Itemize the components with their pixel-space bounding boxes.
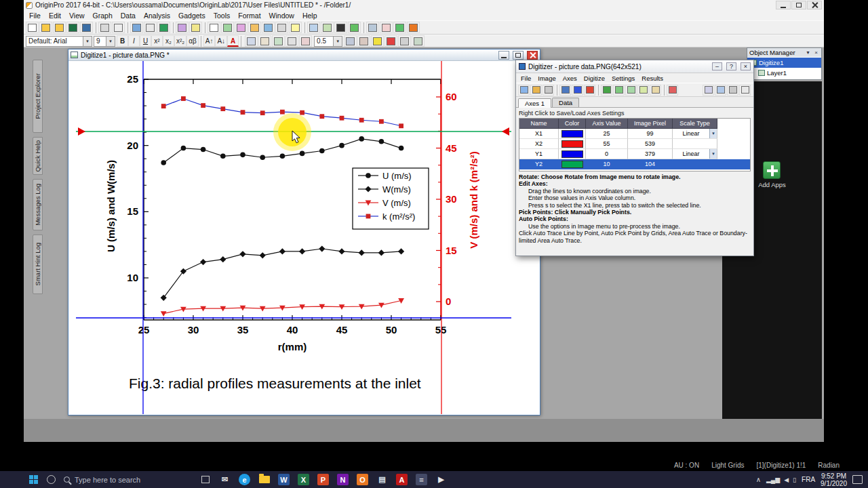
new-folder-icon[interactable] <box>39 22 52 33</box>
menu-analysis[interactable]: Analysis <box>140 12 174 20</box>
dock-tab-smart-hint-log[interactable]: Smart Hint Log <box>33 235 43 294</box>
menu-data[interactable]: Data <box>117 12 140 20</box>
digitizer-menu-settings[interactable]: Settings <box>608 75 638 82</box>
screen-reader-icon[interactable] <box>189 22 202 33</box>
mail-taskbar-button[interactable]: ✉ <box>215 471 235 488</box>
font-preset-combo[interactable]: Default: Arial ▼ <box>26 36 92 47</box>
digitizer-minimize-button[interactable]: – <box>712 62 722 70</box>
scale-type-combo[interactable]: Linear▼ <box>673 149 717 159</box>
axes-row-scale-type[interactable] <box>673 159 717 169</box>
font-size-combo[interactable]: 9 ▼ <box>94 36 115 47</box>
digitizer-tab-data[interactable]: Data <box>552 98 579 107</box>
add-apps-toolbar-icon[interactable] <box>393 22 406 33</box>
axes-row-image-pixel[interactable]: 104 <box>628 159 673 169</box>
insert-equation-icon[interactable] <box>258 35 271 47</box>
underline-button[interactable]: U <box>140 35 151 47</box>
insert-image-icon[interactable] <box>299 35 312 47</box>
line-color-icon[interactable] <box>384 35 397 47</box>
axes-row-axis-value[interactable]: 10 <box>586 159 628 169</box>
taskbar-search[interactable]: Type here to search <box>60 471 195 488</box>
axes-row-axis-value[interactable]: 55 <box>586 139 628 149</box>
calculator-taskbar-button[interactable]: = <box>412 471 431 488</box>
decrease-font-button[interactable]: A↓ <box>215 35 227 47</box>
axes-table-row-y2[interactable]: Y210104 <box>519 159 750 169</box>
subscript-button[interactable]: x₂ <box>163 35 174 47</box>
digitizer-menu-digitize[interactable]: Digitize <box>580 75 608 82</box>
pin-icon[interactable]: ▾ <box>805 49 811 56</box>
axes-row-scale-type[interactable]: Linear▼ <box>673 129 717 139</box>
graph-child-window[interactable]: Digitize1 - picture data.PNG * 253035404… <box>68 49 540 415</box>
command-window-icon[interactable] <box>334 22 347 33</box>
goto-graph-icon[interactable] <box>715 85 726 96</box>
file-explorer-taskbar-button[interactable] <box>254 471 274 488</box>
save-project-icon[interactable] <box>80 22 93 33</box>
line-style-icon[interactable] <box>344 35 357 47</box>
axes-table-row-y1[interactable]: Y10379Linear▼ <box>519 149 750 159</box>
onenote-taskbar-button[interactable]: N <box>333 471 353 488</box>
menu-help[interactable]: Help <box>298 12 321 20</box>
object-manager-item-digitize1[interactable]: Digitize1 <box>747 58 821 68</box>
dropdown-arrow-icon[interactable]: ▼ <box>333 37 342 46</box>
digitizer-close-button[interactable]: × <box>741 62 751 70</box>
dock-tab-messages-log[interactable]: Messages Log <box>33 179 43 230</box>
italic-button[interactable]: I <box>128 35 140 47</box>
auto-pick-by-grids-icon[interactable] <box>625 85 637 96</box>
powerpoint-taskbar-button[interactable]: P <box>313 471 333 488</box>
import-wizard-icon[interactable] <box>130 22 143 33</box>
insert-graph-icon[interactable] <box>272 35 285 47</box>
media-player-taskbar-button[interactable]: ▶ <box>431 471 451 488</box>
crop-image-icon[interactable] <box>542 85 554 96</box>
bold-button[interactable]: B <box>117 35 128 47</box>
notepad-taskbar-button[interactable]: ▤ <box>372 471 392 488</box>
excel-taskbar-button[interactable]: X <box>294 471 313 488</box>
axes-row-color[interactable] <box>559 159 586 169</box>
symbol-map-icon[interactable] <box>245 35 258 47</box>
auto-trace-line-by-point-icon[interactable] <box>613 85 625 96</box>
task-view-button[interactable] <box>195 471 215 488</box>
digitizer-tab-axes-1[interactable]: Axes 1 <box>518 98 551 108</box>
new-notes-icon[interactable] <box>289 22 302 33</box>
refresh-icon[interactable] <box>348 22 361 33</box>
reorder-curve-icon[interactable] <box>727 85 738 96</box>
digitized-image[interactable]: 2530354045505525201510604530150U (m/s) a… <box>76 61 511 414</box>
open-icon[interactable] <box>53 22 66 33</box>
digitizer-menu-axes[interactable]: Axes <box>559 75 580 82</box>
add-y-axis-lines-icon[interactable] <box>584 85 595 96</box>
rotate-image-icon[interactable] <box>530 85 542 96</box>
boundary-area-auto-trace-icon[interactable] <box>650 85 661 96</box>
area-auto-trace-icon[interactable] <box>637 85 649 96</box>
origin-taskbar-button[interactable]: O <box>353 471 372 488</box>
axes-row-image-pixel[interactable]: 379 <box>628 149 673 159</box>
greek-button[interactable]: αβ <box>186 35 199 47</box>
axes-row-scale-type[interactable]: Linear▼ <box>673 149 717 159</box>
dropdown-arrow-icon[interactable]: ▼ <box>106 37 115 46</box>
dropdown-arrow-icon[interactable]: ▼ <box>83 37 92 46</box>
action-center-icon[interactable] <box>852 475 863 484</box>
axes-row-image-pixel[interactable]: 99 <box>628 129 673 139</box>
graph-close-button[interactable] <box>527 51 538 60</box>
digitizer-dialog[interactable]: Digitizer - picture data.PNG(642x521) – … <box>515 60 754 256</box>
graph-minimize-button[interactable] <box>498 51 509 60</box>
project-explorer-icon[interactable] <box>307 22 320 33</box>
app-close-button[interactable] <box>807 1 822 9</box>
import-excel-icon[interactable] <box>157 22 170 33</box>
graph-window-titlebar[interactable]: Digitize1 - picture data.PNG * <box>68 49 540 61</box>
import-image-icon[interactable] <box>518 85 530 96</box>
axes-row-axis-value[interactable]: 0 <box>586 149 628 159</box>
goto-data-icon[interactable] <box>703 85 714 96</box>
dock-tab-quick-help[interactable]: Quick Help <box>33 137 43 175</box>
axes-row-axis-value[interactable]: 25 <box>586 129 628 139</box>
close-digitizer-tool-icon[interactable] <box>739 85 751 96</box>
delete-points-icon[interactable] <box>667 85 678 96</box>
scale-type-combo[interactable]: Linear▼ <box>673 129 717 138</box>
font-color-button[interactable]: A <box>227 35 239 47</box>
print-preview-icon[interactable] <box>112 22 125 33</box>
close-icon[interactable]: × <box>813 49 819 56</box>
fill-color-icon[interactable] <box>371 35 384 47</box>
battery-icon[interactable]: ▯ <box>793 476 796 483</box>
taskbar-clock[interactable]: 9:52 PM 9/1/2020 <box>821 472 847 487</box>
snapshot-icon[interactable] <box>380 22 393 33</box>
group-icon[interactable] <box>412 35 425 47</box>
axes-table-row-x2[interactable]: X255539 <box>519 139 750 149</box>
app-maximize-button[interactable] <box>791 1 806 9</box>
